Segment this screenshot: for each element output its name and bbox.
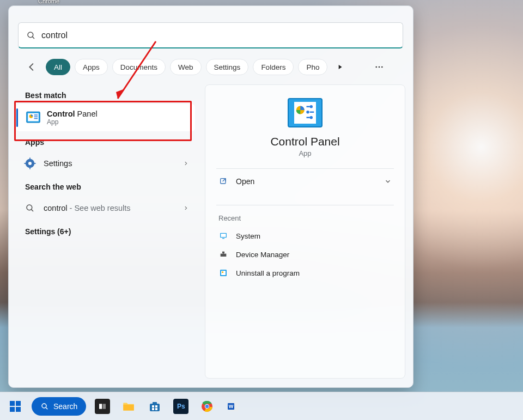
chevron-right-icon	[183, 204, 188, 212]
svg-point-21	[310, 105, 313, 108]
tab-label: Pho	[306, 63, 319, 71]
svg-rect-42	[16, 407, 21, 412]
svg-rect-47	[124, 404, 135, 410]
svg-point-12	[28, 162, 32, 165]
programs-icon	[218, 268, 228, 278]
search-icon	[23, 201, 37, 215]
svg-text:W: W	[229, 404, 234, 409]
taskbar-chrome[interactable]	[197, 397, 217, 416]
taskbar-photoshop[interactable]: Ps	[171, 397, 191, 416]
search-box[interactable]	[18, 22, 403, 48]
folder-icon	[121, 399, 136, 414]
tab-folders[interactable]: Folders	[253, 59, 294, 75]
tab-label: All	[54, 63, 62, 71]
svg-rect-30	[222, 238, 224, 239]
tab-label: Apps	[83, 63, 100, 71]
photoshop-icon: Ps	[173, 399, 188, 414]
svg-rect-22	[307, 106, 310, 108]
tab-documents[interactable]: Documents	[112, 59, 166, 75]
recent-system[interactable]: System	[216, 227, 394, 245]
section-apps: Apps	[13, 131, 198, 151]
svg-rect-14	[29, 167, 31, 169]
result-preview-pane: Control Panel App Open Recent System Dev…	[205, 84, 405, 379]
result-title-rest: Panel	[75, 109, 98, 118]
svg-rect-15	[24, 163, 26, 164]
action-open[interactable]: Open	[216, 169, 394, 194]
svg-point-23	[306, 111, 309, 114]
action-open-label: Open	[236, 177, 254, 186]
control-panel-icon	[26, 111, 40, 125]
svg-rect-26	[307, 117, 310, 119]
svg-line-1	[32, 36, 34, 39]
svg-rect-46	[103, 404, 106, 409]
control-panel-large-icon	[288, 98, 323, 127]
settings-gear-icon	[23, 156, 37, 171]
svg-rect-8	[34, 114, 38, 115]
svg-rect-53	[155, 408, 157, 410]
svg-rect-24	[310, 112, 314, 113]
svg-line-44	[46, 407, 47, 409]
preview-subtitle: App	[216, 149, 394, 157]
tab-settings[interactable]: Settings	[206, 59, 249, 75]
recent-uninstall-program[interactable]: Uninstall a program	[216, 264, 394, 282]
tab-all[interactable]: All	[46, 59, 70, 75]
word-icon: W	[226, 399, 241, 414]
tabs-scroll-right[interactable]	[334, 61, 346, 73]
task-view-icon	[95, 399, 110, 414]
result-title: Settings	[44, 159, 177, 168]
tab-label: Settings	[214, 63, 241, 71]
selection-indicator	[16, 108, 18, 127]
svg-rect-16	[34, 163, 36, 164]
device-manager-icon	[218, 249, 228, 259]
results-left-column: Best match Control Panel App Apps Settin…	[13, 84, 198, 240]
search-input[interactable]	[41, 31, 395, 40]
task-view-button[interactable]	[93, 397, 112, 416]
svg-point-43	[42, 404, 46, 408]
tab-apps[interactable]: Apps	[75, 59, 108, 75]
taskbar-microsoft-store[interactable]	[145, 397, 165, 416]
svg-rect-10	[34, 118, 38, 119]
section-settings-count[interactable]: Settings (6+)	[13, 221, 198, 240]
tab-label: Folders	[261, 63, 285, 71]
more-icon	[374, 62, 384, 72]
tab-web[interactable]: Web	[170, 59, 202, 75]
store-icon	[147, 399, 162, 414]
svg-point-4	[381, 66, 383, 68]
svg-rect-32	[222, 252, 224, 253]
search-icon	[26, 31, 36, 40]
taskbar-file-explorer[interactable]	[119, 397, 138, 416]
result-control-panel[interactable]: Control Panel App	[16, 104, 195, 131]
tab-label: Web	[178, 63, 193, 71]
result-subtitle: App	[47, 118, 185, 126]
taskbar: Search Ps W	[0, 392, 523, 420]
recent-label: Uninstall a program	[236, 269, 300, 277]
svg-rect-9	[34, 117, 38, 118]
recent-heading: Recent	[216, 205, 394, 227]
result-settings[interactable]: Settings	[13, 151, 198, 176]
open-external-icon	[218, 176, 228, 186]
taskbar-search-label: Search	[53, 402, 77, 411]
tab-photos-truncated[interactable]: Pho	[298, 59, 327, 75]
svg-rect-41	[10, 407, 15, 412]
svg-rect-39	[10, 401, 15, 406]
recent-device-manager[interactable]: Device Manager	[216, 245, 394, 264]
back-icon[interactable]	[26, 61, 38, 73]
taskbar-word[interactable]: W	[223, 397, 243, 416]
result-web-control[interactable]: control - See web results	[13, 196, 198, 221]
taskbar-search-button[interactable]: Search	[32, 397, 86, 416]
search-options-button[interactable]	[373, 60, 386, 74]
recent-label: Device Manager	[236, 251, 289, 259]
section-best-match: Best match	[13, 84, 198, 104]
svg-line-18	[31, 209, 33, 211]
svg-point-25	[310, 116, 313, 119]
svg-point-17	[27, 205, 32, 210]
svg-rect-33	[223, 253, 223, 254]
svg-rect-29	[221, 234, 226, 237]
start-search-panel: All Apps Documents Web Settings Folders …	[8, 5, 413, 388]
svg-rect-45	[99, 404, 102, 409]
start-button[interactable]	[5, 397, 25, 416]
search-tabs: All Apps Documents Web Settings Folders …	[26, 57, 400, 77]
chevron-down-icon[interactable]	[384, 178, 392, 185]
web-suffix: - See web results	[68, 204, 131, 212]
preview-header: Control Panel App	[216, 98, 394, 157]
